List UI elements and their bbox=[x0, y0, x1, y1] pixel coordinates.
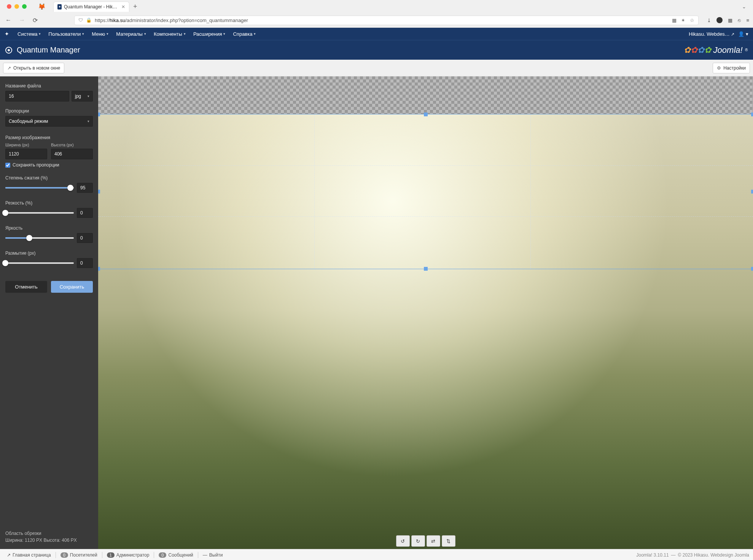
user-menu-icon[interactable]: 👤 ▾ bbox=[738, 31, 748, 37]
menu-icon[interactable]: ≡ bbox=[746, 17, 749, 23]
cancel-button[interactable]: Отменить bbox=[5, 281, 47, 293]
aspect-select[interactable]: Свободный режим▾ bbox=[5, 116, 93, 127]
bright-label: Яркость bbox=[5, 225, 93, 231]
topnav-item-6[interactable]: Справка▾ bbox=[229, 29, 259, 40]
bright-slider[interactable] bbox=[5, 237, 74, 239]
rotate-left-button[interactable]: ↺ bbox=[396, 535, 410, 547]
tab-close-icon[interactable]: ✕ bbox=[121, 4, 125, 10]
forward-button: → bbox=[18, 15, 27, 25]
browser-tab[interactable]: Quantum Manager - Hikasu. We… ✕ bbox=[53, 2, 129, 12]
topnav-item-5[interactable]: Расширения▾ bbox=[189, 29, 229, 40]
chevron-down-icon: ▾ bbox=[144, 32, 146, 36]
width-label: Ширина (px) bbox=[5, 143, 47, 147]
external-link-icon: ↗ bbox=[7, 65, 11, 71]
crop-handle-icon[interactable] bbox=[751, 267, 753, 271]
visitors-stat[interactable]: 0 Посетителей bbox=[57, 552, 100, 558]
download-icon[interactable]: ⤓ bbox=[707, 17, 711, 23]
slider-thumb-icon[interactable] bbox=[2, 260, 8, 266]
minimize-window-icon[interactable] bbox=[14, 4, 19, 9]
chevron-down-icon: ▾ bbox=[82, 32, 84, 36]
topnav-item-0[interactable]: Система▾ bbox=[14, 29, 45, 40]
size-label: Размер изображения bbox=[5, 135, 93, 140]
home-link[interactable]: ↗ Главная страница bbox=[4, 552, 54, 558]
crop-handle-icon[interactable] bbox=[424, 113, 428, 116]
width-input[interactable] bbox=[5, 149, 47, 159]
firefox-icon: 🦊 bbox=[38, 3, 46, 10]
reload-button[interactable]: ⟳ bbox=[31, 15, 39, 25]
crop-handle-icon[interactable] bbox=[424, 267, 428, 271]
keep-ratio-input[interactable] bbox=[5, 163, 10, 168]
chevron-down-icon: ▾ bbox=[39, 32, 41, 36]
apps-icon[interactable]: ▦ bbox=[728, 17, 732, 23]
target-icon bbox=[5, 47, 12, 54]
messages-stat[interactable]: 0 Сообщений bbox=[156, 552, 196, 558]
keep-ratio-checkbox[interactable]: Сохранять пропорции bbox=[5, 162, 93, 168]
bug-icon[interactable]: ✴ bbox=[681, 17, 685, 23]
logout-link[interactable]: — Выйти bbox=[200, 552, 226, 558]
logout-icon: — bbox=[203, 552, 207, 558]
height-label: Высота (px) bbox=[51, 143, 93, 147]
blur-slider[interactable] bbox=[5, 262, 74, 264]
lock-icon: 🔒 bbox=[86, 17, 92, 23]
gear-icon: ⚙ bbox=[717, 65, 721, 71]
compress-slider[interactable] bbox=[5, 187, 74, 189]
height-input[interactable] bbox=[51, 149, 93, 159]
extensions-icon[interactable]: ⎋ bbox=[738, 17, 741, 23]
compress-label: Степень сжатия (%) bbox=[5, 175, 93, 181]
chevron-down-icon: ▾ bbox=[184, 32, 186, 36]
compress-value[interactable]: 95 bbox=[77, 183, 93, 193]
file-ext-select[interactable]: jpg▾ bbox=[72, 91, 93, 102]
flip-vertical-button[interactable]: ⇅ bbox=[442, 535, 455, 547]
page-title: Quantum Manager bbox=[17, 46, 80, 54]
sharp-value[interactable]: 0 bbox=[77, 208, 93, 218]
save-button[interactable]: Сохранить bbox=[51, 281, 93, 293]
crop-info: Ширина: 1120 PX Высота: 406 PX bbox=[5, 537, 93, 544]
joomla-glyph-icon[interactable]: ✦ bbox=[5, 31, 9, 37]
chevron-down-icon: ▾ bbox=[107, 32, 108, 36]
tabs-dropdown-icon[interactable]: ⌄ bbox=[742, 4, 746, 10]
rotate-right-button[interactable]: ↻ bbox=[411, 535, 425, 547]
status-version: Joomla! 3.10.11—© 2023 Hikasu. Webdesign… bbox=[636, 552, 749, 558]
image-canvas[interactable]: ↺ ↻ ⇄ ⇅ bbox=[98, 76, 753, 549]
crop-handle-icon[interactable] bbox=[751, 113, 753, 116]
topnav-item-2[interactable]: Меню▾ bbox=[88, 29, 112, 40]
slider-thumb-icon[interactable] bbox=[2, 210, 8, 216]
chevron-down-icon: ▾ bbox=[88, 94, 89, 98]
new-tab-button[interactable]: + bbox=[133, 3, 137, 11]
open-new-window-button[interactable]: ↗ Открыть в новом окне bbox=[3, 63, 64, 73]
maximize-window-icon[interactable] bbox=[22, 4, 27, 9]
external-link-icon: ↗ bbox=[731, 32, 734, 36]
file-name-label: Название файла bbox=[5, 83, 93, 89]
chevron-down-icon: ▾ bbox=[88, 119, 89, 123]
site-name-link[interactable]: Hikasu. Webdes… ↗ bbox=[689, 31, 734, 37]
crop-area-label: Область обрезки bbox=[5, 530, 93, 537]
back-button[interactable]: ← bbox=[4, 15, 13, 25]
admin-stat[interactable]: 1 Администратор bbox=[104, 552, 153, 558]
crop-selection[interactable] bbox=[98, 114, 753, 269]
sharp-slider[interactable] bbox=[5, 212, 74, 214]
address-bar[interactable]: 🛡 🔒 https://hika.su/administrator/index.… bbox=[74, 16, 699, 25]
crop-handle-icon[interactable] bbox=[98, 113, 100, 116]
topnav-item-4[interactable]: Компоненты▾ bbox=[150, 29, 189, 40]
slider-thumb-icon[interactable] bbox=[26, 235, 32, 241]
bright-value[interactable]: 0 bbox=[77, 233, 93, 243]
crop-handle-icon[interactable] bbox=[98, 190, 100, 194]
topnav-item-3[interactable]: Материалы▾ bbox=[112, 29, 150, 40]
crop-handle-icon[interactable] bbox=[751, 190, 753, 194]
tab-title: Quantum Manager - Hikasu. We… bbox=[64, 4, 119, 10]
external-link-icon: ↗ bbox=[7, 552, 11, 558]
slider-thumb-icon[interactable] bbox=[67, 185, 73, 191]
joomla-logo: ✿✿✿✿ Joomla!® bbox=[684, 45, 748, 55]
shield-icon: 🛡 bbox=[78, 17, 83, 23]
account-icon[interactable] bbox=[716, 17, 723, 23]
flip-horizontal-button[interactable]: ⇄ bbox=[427, 535, 440, 547]
crop-handle-icon[interactable] bbox=[98, 267, 100, 271]
settings-button[interactable]: ⚙ Настройки bbox=[713, 63, 750, 73]
topnav-item-1[interactable]: Пользователи▾ bbox=[45, 29, 88, 40]
tab-favicon-icon bbox=[57, 4, 62, 10]
bookmark-icon[interactable]: ☆ bbox=[690, 17, 694, 23]
close-window-icon[interactable] bbox=[7, 4, 11, 9]
qr-icon[interactable]: ▦ bbox=[672, 17, 677, 23]
file-name-input[interactable] bbox=[5, 91, 69, 102]
blur-value[interactable]: 0 bbox=[77, 258, 93, 268]
